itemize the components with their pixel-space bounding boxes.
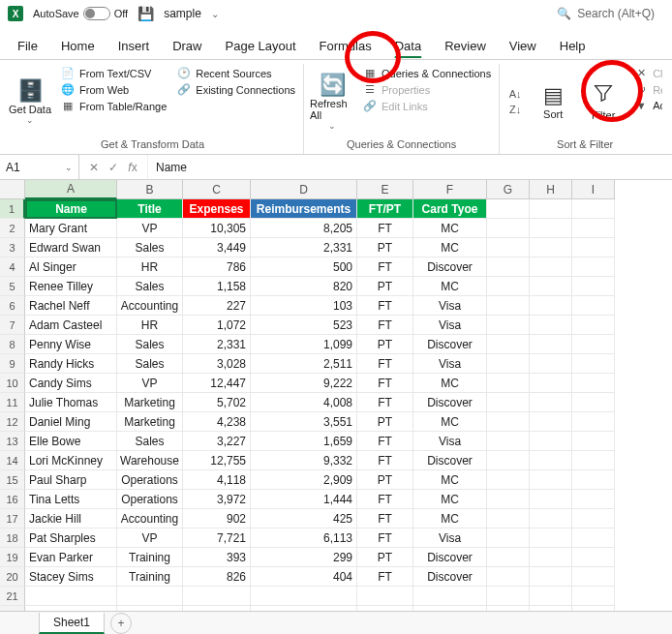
cell[interactable]: Paul Sharp	[25, 470, 117, 490]
cell[interactable]: Name	[25, 199, 117, 219]
cell[interactable]	[487, 219, 530, 238]
toggle-icon[interactable]	[83, 7, 110, 20]
cell[interactable]	[487, 528, 530, 548]
cell[interactable]: Randy Hicks	[25, 354, 117, 374]
row-header[interactable]: 13	[0, 432, 25, 451]
add-sheet-button[interactable]: +	[110, 613, 132, 634]
row-header[interactable]: 7	[0, 316, 25, 335]
cell[interactable]	[572, 470, 615, 490]
cell[interactable]	[572, 277, 615, 296]
cell[interactable]: MC	[413, 219, 487, 238]
cell[interactable]: 3,551	[251, 412, 357, 432]
cell[interactable]	[572, 451, 615, 470]
column-header[interactable]: F	[413, 180, 487, 199]
cell[interactable]: 4,008	[251, 393, 357, 412]
cell[interactable]: FT	[357, 257, 413, 277]
column-header[interactable]: C	[183, 180, 251, 199]
row-header[interactable]: 3	[0, 238, 25, 257]
queries-connections-button[interactable]: ▦Queries & Connections	[360, 66, 493, 80]
cell[interactable]: 227	[183, 296, 251, 316]
cell[interactable]: Discover	[413, 567, 487, 587]
cell[interactable]: 4,118	[183, 470, 251, 490]
cell[interactable]: Elle Bowe	[25, 432, 117, 451]
row-header[interactable]: 19	[0, 548, 25, 567]
cell[interactable]: 103	[251, 296, 357, 316]
cell[interactable]	[183, 587, 251, 606]
cell[interactable]: FT	[357, 451, 413, 470]
cell[interactable]: Accounting	[117, 296, 183, 316]
cell[interactable]	[487, 277, 530, 296]
cell[interactable]	[572, 548, 615, 567]
cell[interactable]	[487, 296, 530, 316]
cell[interactable]: VP	[117, 219, 183, 238]
cell[interactable]: FT	[357, 528, 413, 548]
column-header[interactable]: A	[25, 180, 117, 199]
cell[interactable]: 7,721	[183, 528, 251, 548]
cell[interactable]: HR	[117, 257, 183, 277]
cell[interactable]: Visa	[413, 432, 487, 451]
column-header[interactable]: I	[572, 180, 615, 199]
from-text-csv-button[interactable]: 📄From Text/CSV	[58, 66, 168, 80]
cell[interactable]: Warehouse	[117, 451, 183, 470]
cell[interactable]	[530, 587, 572, 606]
tab-home[interactable]: Home	[49, 33, 107, 59]
cell[interactable]	[530, 490, 572, 509]
cell[interactable]	[530, 432, 572, 451]
tab-help[interactable]: Help	[548, 33, 597, 59]
cell[interactable]	[530, 296, 572, 316]
name-box[interactable]: A1 ⌄	[0, 155, 79, 179]
cell[interactable]	[357, 587, 413, 606]
cell[interactable]: 393	[183, 548, 251, 567]
cell[interactable]: 2,511	[251, 354, 357, 374]
tab-draw[interactable]: Draw	[161, 33, 213, 59]
cell[interactable]	[25, 587, 117, 606]
cell[interactable]: MC	[413, 238, 487, 257]
cell[interactable]: 820	[251, 277, 357, 296]
cell[interactable]: Operations	[117, 490, 183, 509]
cell[interactable]: PT	[357, 412, 413, 432]
cell[interactable]: Title	[117, 199, 183, 219]
cell[interactable]: MC	[413, 412, 487, 432]
cell[interactable]: PT	[357, 470, 413, 490]
cell[interactable]: Sales	[117, 335, 183, 354]
cell[interactable]: FT	[357, 219, 413, 238]
cell[interactable]	[530, 335, 572, 354]
cell[interactable]	[572, 567, 615, 587]
row-header[interactable]: 21	[0, 587, 25, 606]
chevron-down-icon[interactable]: ⌄	[65, 163, 73, 172]
cell[interactable]	[530, 548, 572, 567]
cell[interactable]: Sales	[117, 238, 183, 257]
cell[interactable]: Discover	[413, 393, 487, 412]
cell[interactable]	[572, 354, 615, 374]
row-header[interactable]: 6	[0, 296, 25, 316]
cell[interactable]: Reimbursements	[251, 199, 357, 219]
cell[interactable]	[487, 257, 530, 277]
cancel-icon[interactable]: ✕	[85, 161, 103, 174]
cell[interactable]: 425	[251, 509, 357, 528]
row-header[interactable]: 10	[0, 374, 25, 393]
column-header[interactable]: B	[117, 180, 183, 199]
cell[interactable]	[487, 412, 530, 432]
cell[interactable]: Mary Grant	[25, 219, 117, 238]
cell[interactable]: Card Tyoe	[413, 199, 487, 219]
cell[interactable]: Discover	[413, 451, 487, 470]
cell[interactable]	[117, 587, 183, 606]
sheet-tab[interactable]: Sheet1	[39, 613, 105, 634]
cell[interactable]	[572, 412, 615, 432]
cell[interactable]	[487, 432, 530, 451]
from-web-button[interactable]: 🌐From Web	[58, 82, 168, 97]
cell[interactable]: Visa	[413, 354, 487, 374]
cell[interactable]	[487, 354, 530, 374]
cell[interactable]: Renee Tilley	[25, 277, 117, 296]
cell[interactable]: MC	[413, 490, 487, 509]
cell[interactable]: 5,702	[183, 393, 251, 412]
cell[interactable]: 902	[183, 509, 251, 528]
cell[interactable]	[487, 548, 530, 567]
cell[interactable]	[530, 354, 572, 374]
cell[interactable]: FT	[357, 393, 413, 412]
cell[interactable]	[530, 316, 572, 335]
cell[interactable]	[572, 587, 615, 606]
cell[interactable]: 1,158	[183, 277, 251, 296]
cell[interactable]: MC	[413, 374, 487, 393]
cell[interactable]	[572, 199, 615, 219]
